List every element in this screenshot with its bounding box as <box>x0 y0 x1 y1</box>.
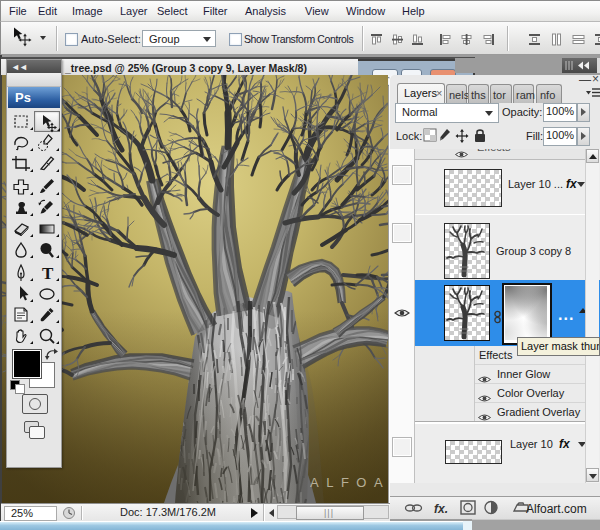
svg-text:T: T <box>42 264 54 283</box>
svg-text:fx.: fx. <box>434 502 448 516</box>
svg-text:ALFOA: ALFOA <box>310 475 388 490</box>
svg-text:Alfoart.com: Alfoart.com <box>526 502 587 516</box>
